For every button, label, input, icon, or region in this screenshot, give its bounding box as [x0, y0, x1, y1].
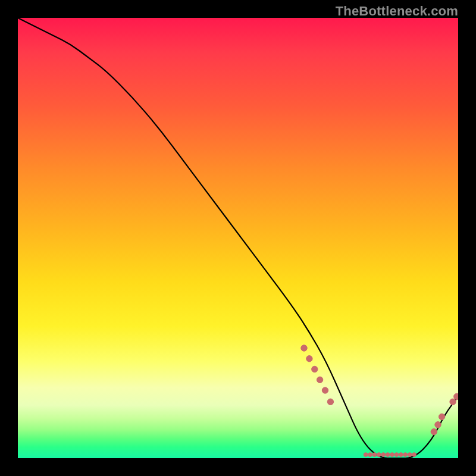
chart-frame: TheBottleneck.com [0, 0, 476, 476]
data-point [408, 453, 412, 457]
data-point [301, 345, 307, 351]
plot-area [18, 18, 458, 458]
data-point [381, 453, 386, 457]
data-point [403, 453, 408, 457]
data-point [317, 377, 322, 383]
data-point [377, 453, 381, 457]
data-point [399, 453, 403, 457]
data-point [372, 453, 377, 457]
data-point [435, 422, 441, 428]
watermark-label: TheBottleneck.com [336, 4, 458, 19]
data-point [439, 414, 444, 419]
data-point [454, 393, 458, 399]
data-point [450, 399, 456, 405]
data-point [327, 399, 333, 405]
data-point [431, 428, 437, 434]
data-point [306, 356, 312, 362]
chart-svg [18, 18, 458, 458]
data-point [386, 453, 390, 457]
data-point [322, 387, 328, 393]
data-point [364, 453, 368, 457]
data-point [312, 366, 318, 372]
data-point [412, 453, 416, 457]
bottleneck-curve [18, 18, 458, 458]
data-point [394, 453, 399, 457]
data-point [390, 453, 394, 457]
data-points [301, 345, 458, 457]
data-point [368, 453, 372, 457]
